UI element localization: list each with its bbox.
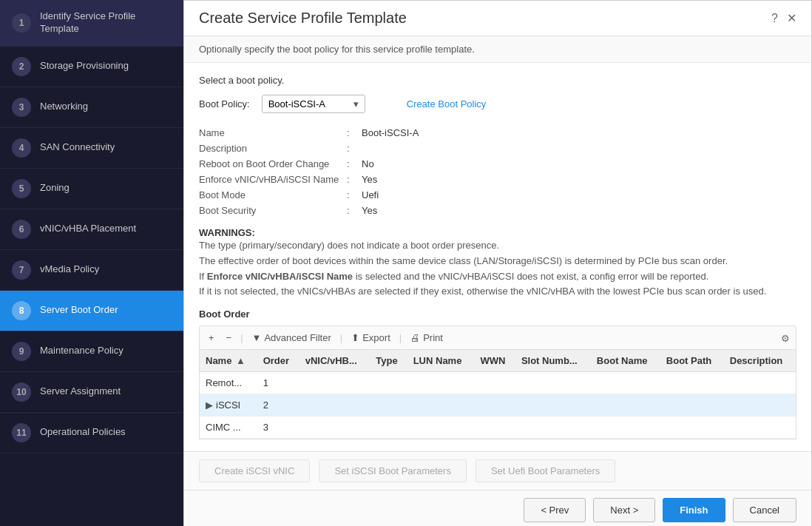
- content-area: Select a boot policy. Boot Policy: Boot-…: [184, 63, 811, 451]
- warning-line-4: If it is not selected, the vNICs/vHBAs a…: [199, 286, 766, 297]
- col-boot-name[interactable]: Boot Name: [591, 350, 660, 372]
- sidebar-label: vMedia Policy: [40, 263, 99, 276]
- boot-order-table-container: Name ▲ Order vNIC/vHB... Type LUN Name W…: [199, 350, 796, 439]
- main-content: Create Service Profile Template ? ✕ Opti…: [183, 0, 812, 526]
- col-lun[interactable]: LUN Name: [407, 350, 475, 372]
- set-uefi-boot-params-button[interactable]: Set Uefi Boot Parameters: [476, 459, 615, 482]
- sidebar-item-vmedia-policy[interactable]: 7vMedia Policy: [0, 250, 183, 291]
- col-type[interactable]: Type: [370, 350, 407, 372]
- remove-button[interactable]: −: [223, 331, 235, 345]
- cancel-button[interactable]: Cancel: [733, 498, 796, 522]
- sidebar-item-identify-service-profile-template[interactable]: 1Identify Service Profile Template: [0, 0, 183, 47]
- plus-icon: +: [209, 332, 214, 343]
- dropdown-arrow-icon: ▾: [353, 98, 359, 109]
- table-header: Name ▲ Order vNIC/vHB... Type LUN Name W…: [200, 350, 796, 372]
- row-order: 1: [257, 372, 300, 394]
- sidebar-label: Identify Service Profile Template: [40, 10, 172, 36]
- sidebar-item-san-connectivity[interactable]: 4SAN Connectivity: [0, 128, 183, 169]
- sidebar-item-vnic/vhba-placement[interactable]: 6vNIC/vHBA Placement: [0, 209, 183, 250]
- row-name: Remot...: [200, 372, 257, 394]
- row-order: 3: [257, 417, 300, 439]
- dialog-header: Create Service Profile Template ? ✕: [184, 1, 811, 36]
- expand-icon[interactable]: ▶: [206, 399, 213, 411]
- boot-policy-label: Boot Policy:: [199, 98, 250, 109]
- table-row[interactable]: ▶iSCSI 2: [200, 394, 796, 417]
- print-button[interactable]: 🖨 Print: [407, 331, 446, 345]
- export-icon: ⬆: [351, 332, 359, 343]
- warnings-text: The type (primary/secondary) does not in…: [199, 238, 796, 300]
- sidebar-item-server-assignment[interactable]: 10Server Assignment: [0, 372, 183, 413]
- warning-line-1: The type (primary/secondary) does not in…: [199, 240, 499, 251]
- finish-button[interactable]: Finish: [663, 498, 725, 522]
- col-wwn[interactable]: WWN: [474, 350, 515, 372]
- next-button[interactable]: Next >: [593, 498, 655, 522]
- col-desc[interactable]: Description: [724, 350, 796, 372]
- boot-policy-select[interactable]: Boot-iSCSI-A ▾: [262, 95, 365, 113]
- dialog-header-actions: ? ✕: [771, 11, 796, 25]
- boot-order-table: Name ▲ Order vNIC/vHB... Type LUN Name W…: [200, 350, 796, 439]
- toolbar-separator: |: [240, 332, 243, 343]
- sidebar-label: Networking: [40, 101, 88, 113]
- col-slot[interactable]: Slot Numb...: [515, 350, 591, 372]
- info-row: Reboot on Boot Order Change:No: [199, 156, 796, 172]
- sidebar-num: 9: [12, 342, 31, 361]
- col-order[interactable]: Order: [257, 350, 300, 372]
- warnings-section: WARNINGS: The type (primary/secondary) d…: [199, 227, 796, 300]
- info-row: Boot Mode:Uefi: [199, 187, 796, 203]
- sidebar-num: 8: [12, 301, 31, 320]
- col-vnic[interactable]: vNIC/vHB...: [300, 350, 371, 372]
- gear-icon: ⚙: [781, 333, 790, 344]
- add-button[interactable]: +: [206, 331, 217, 345]
- col-boot-path[interactable]: Boot Path: [660, 350, 724, 372]
- sidebar-num: 4: [12, 138, 31, 158]
- sidebar-item-maintenance-policy[interactable]: 9Maintenance Policy: [0, 331, 183, 372]
- sidebar-item-operational-policies[interactable]: 11Operational Policies: [0, 413, 183, 453]
- warning-line-2: The effective order of boot devices with…: [199, 255, 728, 266]
- table-row[interactable]: CIMC ... 3: [200, 417, 796, 439]
- info-row: Enforce vNIC/vHBA/iSCSI Name:Yes: [199, 172, 796, 187]
- sidebar-label: Storage Provisioning: [40, 60, 129, 73]
- gear-button[interactable]: ⚙: [781, 332, 790, 344]
- sidebar-num: 5: [12, 179, 31, 198]
- info-banner: Optionally specify the boot policy for t…: [184, 36, 811, 63]
- dialog: Create Service Profile Template ? ✕ Opti…: [183, 0, 812, 526]
- table-body: Remot... 1: [200, 372, 796, 439]
- advanced-filter-button[interactable]: ▼ Advanced Filter: [249, 331, 334, 345]
- sidebar-label: Server Assignment: [40, 385, 121, 398]
- create-boot-policy-link[interactable]: Create Boot Policy: [407, 98, 487, 109]
- col-name[interactable]: Name ▲: [200, 350, 257, 372]
- info-row: Boot Security:Yes: [199, 203, 796, 218]
- sidebar-label: Operational Policies: [40, 426, 126, 439]
- print-icon: 🖨: [410, 332, 420, 343]
- set-iscsi-boot-params-button[interactable]: Set iSCSI Boot Parameters: [319, 459, 467, 482]
- sidebar-num: 11: [12, 423, 31, 442]
- close-button[interactable]: ✕: [787, 11, 796, 25]
- help-button[interactable]: ?: [771, 11, 778, 25]
- sidebar-num: 3: [12, 98, 31, 117]
- sidebar-label: SAN Connectivity: [40, 141, 115, 154]
- sidebar-item-storage-provisioning[interactable]: 2Storage Provisioning: [0, 47, 183, 87]
- info-row: Description:: [199, 141, 796, 156]
- export-button[interactable]: ⬆ Export: [348, 331, 393, 345]
- sidebar-num: 6: [12, 220, 31, 239]
- prev-button[interactable]: < Prev: [524, 498, 586, 522]
- sidebar-num: 7: [12, 260, 31, 280]
- bottom-action-buttons: Create iSCSI vNIC Set iSCSI Boot Paramet…: [184, 451, 811, 490]
- sidebar-num: 10: [12, 382, 31, 402]
- toolbar-separator-2: |: [340, 332, 342, 343]
- dialog-footer: < Prev Next > Finish Cancel: [184, 490, 811, 526]
- boot-order-title: Boot Order: [199, 308, 796, 320]
- sidebar-item-networking[interactable]: 3Networking: [0, 87, 183, 128]
- sidebar-item-zoning[interactable]: 5Zoning: [0, 169, 183, 209]
- warnings-title: WARNINGS:: [199, 227, 796, 238]
- create-iscsi-vnic-button[interactable]: Create iSCSI vNIC: [199, 459, 310, 482]
- filter-icon: ▼: [252, 332, 262, 343]
- sidebar-label: Zoning: [40, 182, 70, 195]
- boot-policy-value: Boot-iSCSI-A: [268, 98, 325, 109]
- table-row[interactable]: Remot... 1: [200, 372, 796, 394]
- toolbar-separator-3: |: [399, 332, 402, 343]
- info-table: Name:Boot-iSCSI-ADescription:Reboot on B…: [199, 125, 796, 218]
- sidebar-label: vNIC/vHBA Placement: [40, 223, 136, 235]
- sidebar-label: Server Boot Order: [40, 304, 118, 317]
- sidebar-item-server-boot-order[interactable]: 8Server Boot Order: [0, 291, 183, 331]
